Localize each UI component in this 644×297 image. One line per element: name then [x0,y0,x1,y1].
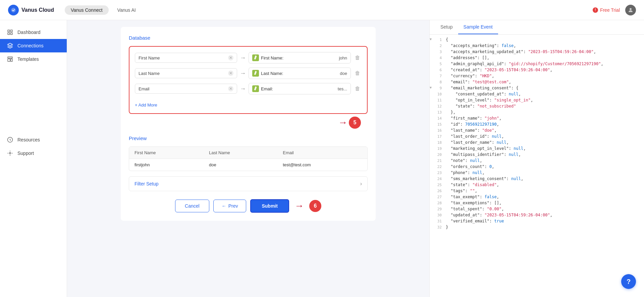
cancel-button[interactable]: Cancel [175,200,209,212]
line-num-21: 21 [434,158,446,164]
step6-arrow: → [294,201,304,211]
support-label: Support [17,151,34,156]
dest-field-2[interactable]: Email ✕ [135,84,237,94]
line-num-13: 13 [434,110,446,116]
filter-setup-row[interactable]: Filter Setup › [129,176,368,191]
add-more-label: + Add More [135,102,157,108]
code-line-25: 25 "state": "disabled", [430,182,644,188]
preview-table: First Name Last Name Email firstjohn doe… [129,146,368,171]
source-field-2[interactable]: Email: tes... [249,83,351,94]
step5-circle: 5 [349,117,361,129]
svg-point-10 [9,153,11,154]
line-num-22: 22 [434,164,446,170]
sidebar-item-dashboard[interactable]: Dashboard [0,26,67,39]
source-field-1[interactable]: Last Name: doe [249,68,351,79]
code-line-23: 23 "phone": null, [430,170,644,176]
line-num-12: 12 [434,104,446,110]
line-num-10: 10 [434,92,446,98]
line-num-3: 3 [434,49,446,55]
connections-icon [7,42,13,49]
nav-tab-connect[interactable]: Vanus Connect [65,5,109,15]
tab-setup[interactable]: Setup [435,20,458,34]
sidebar-item-resources[interactable]: Resources [0,133,67,146]
source-value-0: john [339,55,347,60]
line-content-19: "marketing_opt_in_level": null, [446,146,644,152]
line-content-14: "first_name": "john", [446,116,644,122]
nav-tab-ai[interactable]: Vanus AI [111,5,142,15]
line-content-6: "created_at": "2023-05-15T04:59:26-04:00… [446,68,644,74]
source-field-0[interactable]: First Name: john [249,52,351,63]
code-line-24: 24 "sms_marketing_consent": null, [430,176,644,182]
add-more-button[interactable]: + Add More [135,102,157,108]
code-line-5: 5 "admin_graphql_api_id": "gid://shopify… [430,61,644,68]
tab-sample-event[interactable]: Sample Event [458,20,498,34]
prev-label: Prev [228,203,238,209]
user-avatar[interactable] [625,5,636,15]
app-body: Dashboard Connections Templates Resource [0,20,644,297]
sidebar-item-connections[interactable]: Connections [0,39,67,52]
mapping-row-0: First Name ✕ → First Name: john [135,52,362,63]
code-line-22: 22 "orders_count": 0, [430,164,644,170]
svg-rect-3 [11,30,12,32]
support-icon [7,150,13,157]
line-content-4: "addresses": [], [446,55,644,61]
expand-1: ▼ [430,37,434,43]
panel-tabs: Setup Sample Event [430,20,644,35]
delete-btn-0[interactable]: 🗑 [354,53,362,62]
free-trial-button[interactable]: ! Free Trial [593,7,620,13]
nav-right: ! Free Trial [593,5,636,15]
line-num-4: 4 [434,55,446,61]
step6-circle: 6 [309,200,321,212]
line-num-5: 5 [434,61,446,68]
resources-label: Resources [17,137,40,142]
line-content-21: "note": null, [446,158,644,164]
line-content-5: "admin_graphql_api_id": "gid://shopify/C… [446,61,644,68]
help-button[interactable]: ? [621,274,636,289]
table-row: firstjohn doe test@test.com [129,159,367,171]
sidebar: Dashboard Connections Templates Resource [0,20,67,297]
sidebar-item-templates[interactable]: Templates [0,52,67,66]
line-content-9: "email_marketing_consent": { [446,86,644,92]
line-content-13: }, [446,110,644,116]
line-num-25: 25 [434,182,446,188]
clear-field-1[interactable]: ✕ [228,71,233,76]
arrow-sep-2: → [240,85,246,92]
line-content-31: "verified_email": true [446,219,644,225]
dest-field-1[interactable]: Last Name ✕ [135,68,237,78]
code-line-13: 13 }, [430,110,644,116]
clear-field-2[interactable]: ✕ [228,86,233,91]
code-line-10: 10 "consent_updated_at": null, [430,92,644,98]
code-line-1: ▼ 1 { [430,37,644,43]
code-line-19: 19 "marketing_opt_in_level": null, [430,146,644,152]
arrow-sep-0: → [240,54,246,61]
line-content-26: "tags": "", [446,188,644,195]
code-line-3: 3 "accepts_marketing_updated_at": "2023-… [430,49,644,55]
delete-btn-2[interactable]: 🗑 [354,84,362,93]
svg-point-0 [11,8,15,12]
dest-field-0[interactable]: First Name ✕ [135,53,237,63]
database-section: Database First Name ✕ → [129,35,368,114]
code-line-29: 29 "total_spent": "0.00", [430,207,644,213]
code-line-17: 17 "last_order_id": null, [430,134,644,140]
database-title: Database [129,35,368,41]
logo-icon [8,5,19,15]
cell-email: test@test.com [277,159,367,171]
expand-9: ▼ [430,86,434,92]
delete-btn-1[interactable]: 🗑 [354,69,362,78]
line-content-18: "last_order_name": null, [446,140,644,146]
cell-last-name: doe [204,159,277,171]
svg-rect-8 [11,59,12,61]
line-num-9: 9 [434,86,446,92]
submit-button[interactable]: Submit [250,199,289,213]
line-content-28: "tax_exemptions": [], [446,201,644,207]
dest-field-label-0: First Name [139,55,226,60]
prev-button[interactable]: ← Prev [213,200,247,212]
warning-icon: ! [593,7,598,13]
clear-field-0[interactable]: ✕ [228,55,233,60]
filter-setup-label: Filter Setup [135,181,159,186]
step5-arrow: → [338,117,347,128]
line-content-30: "updated_at": "2023-05-15T04:59:26-04:00… [446,213,644,219]
line-content-12: "state": "not_subscribed" [446,104,644,110]
sidebar-item-support[interactable]: Support [0,146,67,160]
line-content-3: "accepts_marketing_updated_at": "2023-05… [446,49,644,55]
